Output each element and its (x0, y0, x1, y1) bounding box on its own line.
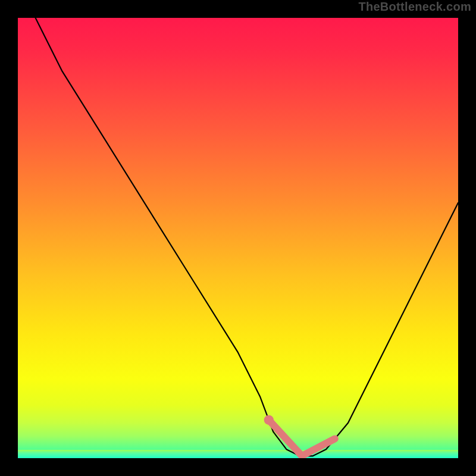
chart-frame: TheBottleneck.com (0, 0, 476, 476)
bottleneck-curve (36, 18, 458, 456)
plot-area (18, 18, 458, 458)
highlight-dot-left (264, 415, 274, 425)
curve-layer (18, 18, 458, 458)
watermark-text: TheBottleneck.com (358, 0, 471, 14)
